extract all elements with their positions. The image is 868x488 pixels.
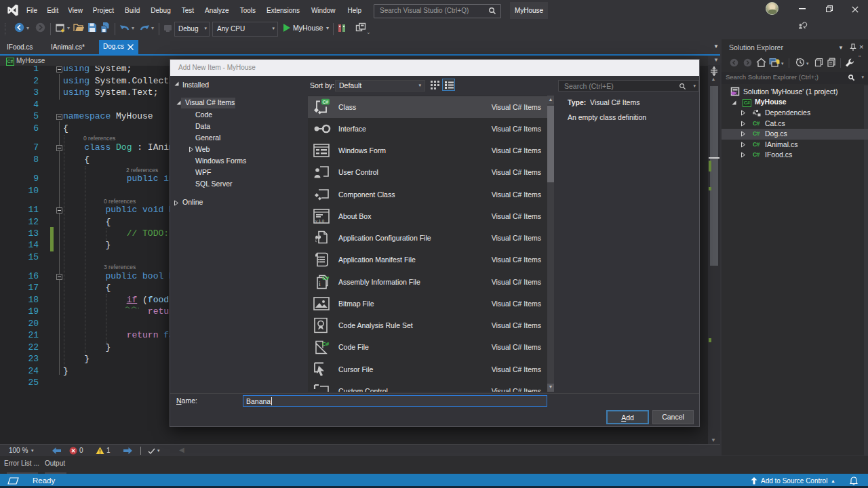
svg-text:i: i [319, 279, 321, 287]
svg-text:C#: C# [322, 274, 330, 281]
svg-text:C#: C# [322, 341, 330, 347]
svg-text:C#: C# [323, 99, 329, 104]
svg-text:v 1.0: v 1.0 [315, 218, 325, 222]
